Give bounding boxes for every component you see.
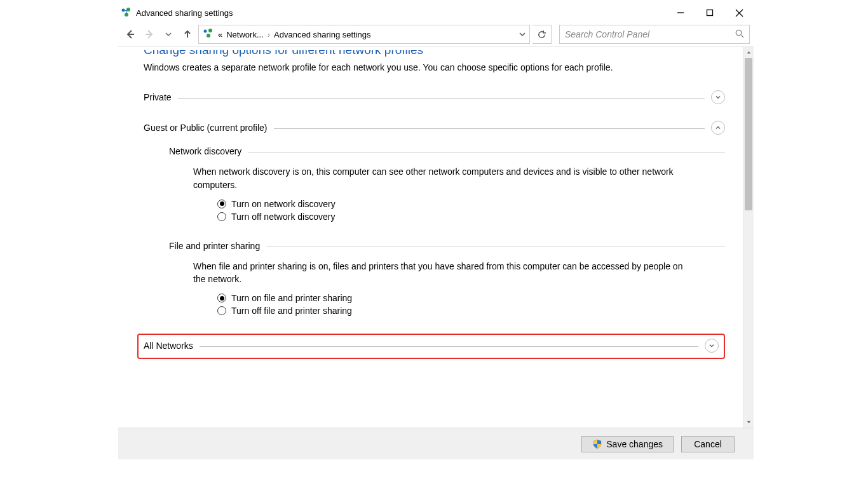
subsection-title-nd: Network discovery [169, 146, 241, 156]
section-title-guest: Guest or Public (current profile) [144, 123, 268, 133]
divider [266, 247, 725, 247]
close-button[interactable] [724, 3, 754, 22]
expand-private-button[interactable] [711, 90, 725, 104]
breadcrumb-prefix: « [218, 30, 222, 39]
subsection-desc-nd: When network discovery is on, this compu… [193, 165, 689, 191]
search-box[interactable] [559, 25, 750, 44]
svg-point-13 [207, 34, 210, 37]
section-guest-public: Guest or Public (current profile) Networ… [144, 121, 725, 317]
radio-fp-off[interactable]: Turn off file and printer sharing [217, 304, 725, 317]
radio-icon [217, 294, 226, 302]
divider [178, 98, 705, 98]
search-input[interactable] [565, 29, 735, 39]
breadcrumb-network[interactable]: Network... [226, 30, 264, 39]
radio-icon [217, 200, 226, 208]
subsection-file-printer: File and printer sharing When file and p… [169, 241, 725, 318]
section-header-all-networks[interactable]: All Networks [144, 339, 719, 353]
back-button[interactable] [122, 26, 139, 43]
section-header-guest[interactable]: Guest or Public (current profile) [144, 121, 725, 135]
radio-fp-on[interactable]: Turn on file and printer sharing [217, 292, 725, 304]
subsection-title-fp: File and printer sharing [169, 241, 260, 251]
address-bar[interactable]: « Network... › Advanced sharing settings [198, 25, 530, 44]
section-title-private: Private [144, 92, 172, 102]
minimize-button[interactable] [666, 3, 695, 22]
radio-label: Turn on network discovery [231, 199, 336, 209]
maximize-button[interactable] [695, 3, 724, 22]
save-changes-button[interactable]: Save changes [581, 436, 674, 452]
navigation-row: « Network... › Advanced sharing settings [118, 22, 754, 46]
window-frame: Advanced sharing settings [118, 3, 754, 459]
collapse-guest-button[interactable] [711, 121, 725, 135]
content-area: Change sharing options for different net… [118, 46, 754, 428]
recent-locations-dropdown[interactable] [160, 26, 177, 43]
annotation-highlight: All Networks [137, 334, 725, 359]
up-button[interactable] [179, 26, 196, 43]
subsection-desc-fp: When file and printer sharing is on, fil… [193, 260, 689, 286]
svg-point-14 [736, 30, 741, 35]
expand-all-networks-button[interactable] [705, 339, 719, 353]
chevron-down-icon[interactable] [519, 30, 526, 39]
svg-line-3 [125, 10, 127, 11]
page-heading: Change sharing options for different net… [144, 47, 725, 57]
svg-point-11 [204, 29, 207, 32]
content-body: Change sharing options for different net… [118, 47, 743, 428]
svg-line-15 [741, 35, 743, 37]
uac-shield-icon [592, 439, 602, 449]
vertical-scrollbar[interactable] [743, 47, 754, 428]
section-private: Private [144, 90, 725, 104]
titlebar: Advanced sharing settings [118, 3, 754, 22]
radio-nd-on[interactable]: Turn on network discovery [217, 198, 725, 210]
radio-nd-off[interactable]: Turn off network discovery [217, 210, 725, 223]
button-bar: Save changes Cancel [118, 428, 754, 459]
cancel-button[interactable]: Cancel [681, 436, 735, 452]
section-title-all-networks: All Networks [144, 341, 193, 351]
button-label: Cancel [694, 439, 722, 449]
window-title: Advanced sharing settings [136, 8, 666, 18]
search-icon[interactable] [735, 29, 744, 40]
breadcrumb-current[interactable]: Advanced sharing settings [274, 30, 370, 39]
subsection-network-discovery: Network discovery When network discovery… [169, 146, 725, 223]
button-label: Save changes [606, 439, 663, 449]
network-sharing-icon [121, 7, 132, 18]
network-sharing-icon [203, 28, 214, 41]
radio-group-fp: Turn on file and printer sharing Turn of… [217, 292, 725, 317]
divider [248, 152, 725, 152]
scroll-track[interactable] [743, 58, 754, 417]
section-header-private[interactable]: Private [144, 90, 725, 104]
radio-icon [217, 306, 226, 315]
divider [200, 346, 698, 347]
scroll-thumb[interactable] [745, 58, 752, 210]
svg-rect-6 [707, 10, 713, 16]
radio-label: Turn off file and printer sharing [231, 306, 352, 316]
radio-label: Turn on file and printer sharing [231, 293, 352, 303]
svg-point-12 [208, 29, 212, 32]
refresh-button[interactable] [532, 25, 552, 44]
scroll-down-button[interactable] [743, 417, 754, 428]
radio-group-nd: Turn on network discovery Turn off netwo… [217, 198, 725, 223]
divider [274, 128, 705, 129]
scroll-up-button[interactable] [743, 47, 754, 58]
radio-icon [217, 212, 226, 221]
forward-button[interactable] [141, 26, 158, 43]
page-description: Windows creates a separate network profi… [144, 61, 690, 74]
radio-label: Turn off network discovery [231, 212, 335, 222]
breadcrumb-separator-icon: › [268, 30, 270, 39]
svg-point-0 [122, 9, 125, 12]
